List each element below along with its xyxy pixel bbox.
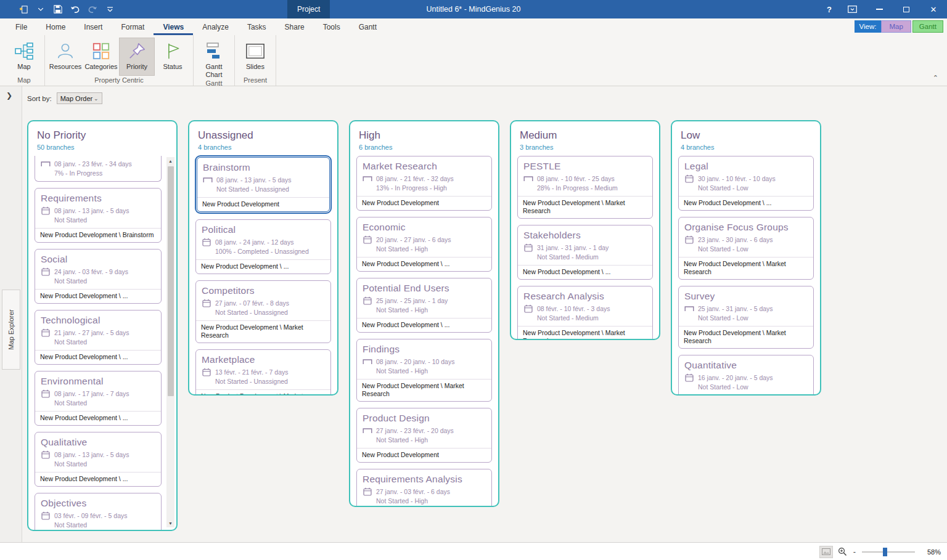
column-branch-count: 50 branches [37, 144, 168, 151]
zoom-slider-thumb[interactable] [883, 548, 887, 556]
menu-tab-file[interactable]: File [6, 20, 36, 35]
redo-icon[interactable] [88, 4, 97, 14]
slides-button[interactable]: Slides [237, 38, 273, 76]
column-scrollbar[interactable]: ▲▼ [166, 157, 174, 527]
card-dates-text: 08 janv. - 10 févr. - 25 days [537, 174, 615, 183]
ribbon-button-label: Slides [246, 63, 264, 71]
card-body: Technological21 janv. - 27 janv. - 5 day… [35, 310, 161, 350]
help-icon[interactable]: ? [820, 5, 838, 14]
card-title: Organise Focus Groups [684, 221, 808, 233]
menu-tab-tasks[interactable]: Tasks [238, 20, 276, 35]
new-map-dropdown-icon[interactable] [36, 4, 46, 14]
resources-button[interactable]: Resources [47, 38, 83, 76]
undo-icon[interactable] [70, 4, 80, 14]
branch-card[interactable]: Survey25 janv. - 31 janv. - 5 daysNot St… [678, 286, 814, 349]
branch-card[interactable]: Brainstorm08 janv. - 13 janv. - 5 daysNo… [197, 157, 330, 212]
save-icon[interactable] [53, 4, 63, 14]
priority-button[interactable]: Priority [119, 38, 155, 76]
priority-view-canvas: Sort by: Map Order ⌄ No Priority50 branc… [22, 86, 947, 542]
view-gantt-button[interactable]: Gantt [912, 20, 943, 33]
card-list: Legal30 janv. - 10 févr. - 10 daysNot St… [672, 155, 820, 396]
menu-tab-gantt[interactable]: Gantt [350, 20, 386, 35]
close-button[interactable]: ✕ [920, 0, 947, 18]
card-dates: 20 janv. - 27 janv. - 6 days [363, 235, 486, 244]
branch-card[interactable]: Qualitative08 janv. - 13 janv. - 5 daysN… [35, 432, 162, 487]
branch-card[interactable]: 08 janv. - 23 févr. - 34 days7% - In Pro… [35, 156, 162, 182]
zoom-slider[interactable] [862, 547, 915, 557]
scroll-down-icon[interactable]: ▼ [166, 519, 174, 527]
card-breadcrumb: New Product Development \ Brainstorm [35, 228, 161, 242]
card-title: Competitors [202, 285, 325, 297]
branch-card[interactable]: Economic20 janv. - 27 janv. - 6 daysNot … [356, 217, 492, 272]
card-dates: 25 janv. - 25 janv. - 1 day [363, 296, 486, 305]
resources-icon [56, 41, 75, 62]
menu-tab-home[interactable]: Home [36, 20, 75, 35]
card-body: Requirements08 janv. - 13 janv. - 5 days… [35, 189, 161, 228]
branch-card[interactable]: Requirements Analysis27 janv. - 03 févr.… [356, 469, 492, 507]
branch-card[interactable]: Research Analysis08 févr. - 10 févr. - 3… [517, 286, 653, 340]
scrollbar-thumb[interactable] [168, 166, 174, 396]
summary-icon [523, 176, 533, 182]
zoom-lens-icon[interactable] [838, 547, 847, 556]
new-map-icon[interactable] [18, 4, 28, 14]
branch-card[interactable]: Market Research08 janv. - 21 févr. - 32 … [356, 156, 492, 211]
branch-card[interactable]: Quantitative16 janv. - 20 janv. - 5 days… [678, 355, 814, 396]
branch-card[interactable]: Potential End Users25 janv. - 25 janv. -… [356, 278, 492, 333]
card-dates-text: 30 janv. - 10 févr. - 10 days [698, 174, 776, 183]
branch-card[interactable]: PESTLE08 janv. - 10 févr. - 25 days28% -… [517, 156, 653, 219]
branch-card[interactable]: Environmental08 janv. - 17 janv. - 7 day… [35, 371, 162, 426]
branch-card[interactable]: Political08 janv. - 24 janv. - 12 days10… [195, 219, 331, 274]
branch-card[interactable]: Competitors27 janv. - 07 févr. - 8 daysN… [195, 280, 331, 343]
branch-card[interactable]: Requirements08 janv. - 13 janv. - 5 days… [35, 188, 162, 243]
menu-tab-share[interactable]: Share [276, 20, 314, 35]
branch-card[interactable]: Objectives03 févr. - 09 févr. - 5 daysNo… [35, 493, 162, 531]
ribbon-groups: MapMapResourcesCategoriesPriorityStatusP… [0, 35, 947, 86]
project-context-tab[interactable]: Project [287, 0, 330, 18]
minimize-button[interactable] [866, 0, 893, 18]
view-map-button[interactable]: Map [881, 20, 911, 33]
card-title: Brainstorm [203, 161, 324, 174]
quick-access-toolbar [18, 4, 115, 14]
status-button[interactable]: Status [155, 38, 191, 76]
card-body: Brainstorm08 janv. - 13 janv. - 5 daysNo… [197, 158, 329, 197]
collapse-ribbon-icon[interactable]: ⌃ [933, 74, 938, 82]
fit-map-icon[interactable] [819, 546, 833, 558]
customize-qat-icon[interactable] [105, 4, 115, 14]
ribbon-display-options-icon[interactable] [838, 0, 866, 18]
branch-card[interactable]: Legal30 janv. - 10 févr. - 10 daysNot St… [678, 156, 814, 211]
branch-card[interactable]: Stakeholders31 janv. - 31 janv. - 1 dayN… [517, 225, 653, 280]
menu-tab-format[interactable]: Format [112, 20, 154, 35]
menu-tab-analyze[interactable]: Analyze [193, 20, 238, 35]
sort-order-dropdown[interactable]: Map Order ⌄ [57, 92, 102, 104]
zoom-out-button[interactable]: - [852, 547, 857, 556]
titlebar: Project Untitled 6* - MindGenius 20 ? ✕ [0, 0, 947, 18]
branch-card[interactable]: Technological21 janv. - 27 janv. - 5 day… [35, 310, 162, 365]
card-title: Technological [41, 314, 155, 327]
card-dates: 08 janv. - 23 févr. - 34 days [41, 160, 155, 168]
card-title: Environmental [41, 375, 155, 388]
card-dates: 08 janv. - 21 févr. - 32 days [363, 174, 486, 183]
menu-tab-insert[interactable]: Insert [75, 20, 112, 35]
branch-card[interactable]: Product Design27 janv. - 23 févr. - 20 d… [356, 408, 492, 463]
card-body: Legal30 janv. - 10 févr. - 10 daysNot St… [679, 156, 813, 196]
card-body: Organise Focus Groups23 janv. - 30 janv.… [679, 217, 813, 257]
column-title: Unassigned [198, 129, 329, 142]
card-status: Not Started - Low [684, 314, 808, 322]
menu-tab-views[interactable]: Views [154, 20, 193, 35]
gantt-chart-button[interactable]: Gantt Chart [196, 38, 232, 79]
menu-tab-tools[interactable]: Tools [314, 20, 350, 35]
branch-card[interactable]: Social24 janv. - 03 févr. - 9 daysNot St… [35, 249, 162, 304]
categories-button[interactable]: Categories [83, 38, 119, 76]
branch-card[interactable]: Marketplace13 févr. - 21 févr. - 7 daysN… [195, 349, 331, 396]
scroll-up-icon[interactable]: ▲ [166, 157, 174, 165]
ribbon-button-label: Priority [126, 63, 147, 71]
map-button[interactable]: Map [6, 38, 42, 76]
priority-column-unassigned: Unassigned4 branchesBrainstorm08 janv. -… [188, 120, 338, 396]
card-status: Not Started - Low [684, 184, 808, 192]
map-explorer-tab[interactable]: Map Explorer [2, 290, 20, 370]
card-title: Stakeholders [523, 229, 647, 241]
branch-card[interactable]: Organise Focus Groups23 janv. - 30 janv.… [678, 217, 814, 280]
expand-panel-icon[interactable]: ❯ [6, 91, 12, 100]
branch-card[interactable]: Findings08 janv. - 20 janv. - 10 daysNot… [356, 339, 492, 402]
maximize-button[interactable] [893, 0, 920, 18]
